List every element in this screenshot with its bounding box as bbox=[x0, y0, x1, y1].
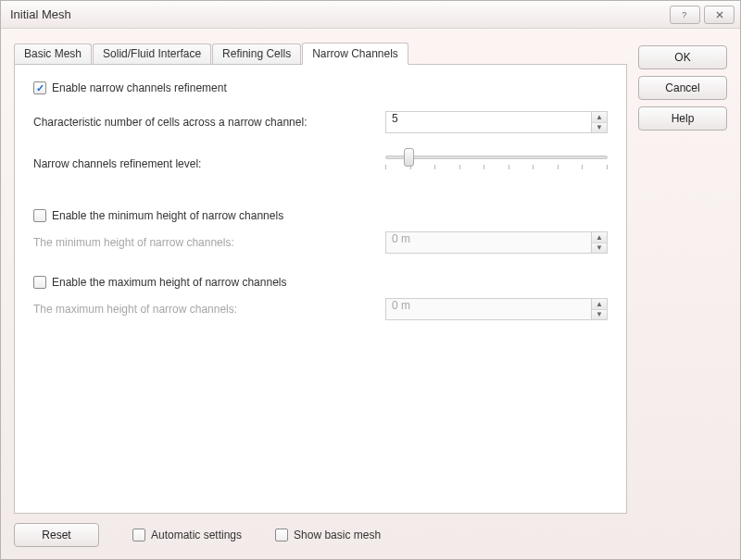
check-icon bbox=[33, 276, 46, 289]
slider-refine-level[interactable] bbox=[385, 150, 608, 178]
close-button[interactable] bbox=[704, 6, 735, 24]
titlebar: Initial Mesh ? bbox=[1, 1, 740, 29]
slider-track bbox=[385, 156, 608, 159]
label-cells-across: Characteristic number of cells across a … bbox=[33, 116, 385, 129]
label-min-height: The minimum height of narrow channels: bbox=[33, 236, 385, 249]
checkbox-enable-min-height[interactable]: Enable the minimum height of narrow chan… bbox=[33, 209, 283, 222]
check-icon bbox=[33, 81, 46, 94]
checkbox-label: Show basic mesh bbox=[294, 529, 381, 541]
checkbox-label: Enable narrow channels refinement bbox=[52, 81, 227, 94]
check-icon bbox=[275, 529, 288, 541]
tab-panel-narrow-channels: Enable narrow channels refinement Charac… bbox=[14, 64, 627, 514]
checkbox-label: Automatic settings bbox=[151, 529, 242, 541]
upper-area: Basic Mesh Solid/Fluid Interface Refinin… bbox=[14, 42, 727, 513]
spin-buttons: ▲ ▼ bbox=[591, 298, 608, 320]
close-icon bbox=[714, 9, 725, 20]
tab-refining-cells[interactable]: Refining Cells bbox=[212, 44, 301, 64]
tab-strip: Basic Mesh Solid/Fluid Interface Refinin… bbox=[14, 42, 627, 64]
row-refine-level: Narrow channels refinement level: bbox=[33, 150, 608, 178]
slider-thumb[interactable] bbox=[404, 148, 414, 167]
spin-up-icon: ▲ bbox=[592, 232, 607, 243]
tab-host: Basic Mesh Solid/Fluid Interface Refinin… bbox=[14, 42, 627, 513]
spin-max-height: 0 m ▲ ▼ bbox=[385, 298, 608, 320]
help-button-side[interactable]: Help bbox=[638, 106, 727, 131]
row-enable-min-height: Enable the minimum height of narrow chan… bbox=[33, 209, 608, 222]
client-area: Basic Mesh Solid/Fluid Interface Refinin… bbox=[1, 29, 740, 559]
checkbox-show-basic-mesh[interactable]: Show basic mesh bbox=[275, 529, 381, 541]
tab-basic-mesh[interactable]: Basic Mesh bbox=[14, 44, 92, 64]
spin-up-icon[interactable]: ▲ bbox=[592, 112, 607, 123]
spin-buttons: ▲ ▼ bbox=[591, 111, 608, 133]
window-title: Initial Mesh bbox=[10, 7, 666, 21]
spin-up-icon: ▲ bbox=[592, 299, 607, 310]
reset-button[interactable]: Reset bbox=[14, 523, 99, 547]
spin-down-icon: ▼ bbox=[592, 243, 607, 254]
spin-input-min-height: 0 m bbox=[385, 231, 591, 254]
ok-button[interactable]: OK bbox=[638, 45, 727, 69]
row-min-height: The minimum height of narrow channels: 0… bbox=[33, 231, 608, 254]
spin-input-max-height: 0 m bbox=[385, 298, 591, 320]
bottom-bar: Reset Automatic settings Show basic mesh bbox=[14, 513, 727, 548]
spin-min-height: 0 m ▲ ▼ bbox=[385, 231, 608, 254]
row-enable-max-height: Enable the maximum height of narrow chan… bbox=[33, 276, 608, 289]
tab-solid-fluid-interface[interactable]: Solid/Fluid Interface bbox=[93, 44, 211, 64]
slider-ticks bbox=[385, 165, 608, 169]
cancel-button[interactable]: Cancel bbox=[638, 76, 727, 100]
spin-down-icon[interactable]: ▼ bbox=[592, 123, 607, 133]
check-icon bbox=[132, 529, 145, 541]
label-refine-level: Narrow channels refinement level: bbox=[33, 157, 385, 170]
checkbox-automatic-settings[interactable]: Automatic settings bbox=[132, 529, 242, 541]
spin-cells-across[interactable]: 5 ▲ ▼ bbox=[385, 111, 608, 133]
row-max-height: The maximum height of narrow channels: 0… bbox=[33, 298, 608, 320]
spin-buttons: ▲ ▼ bbox=[591, 231, 608, 254]
tab-narrow-channels[interactable]: Narrow Channels bbox=[302, 43, 408, 65]
row-cells-across: Characteristic number of cells across a … bbox=[33, 111, 608, 133]
help-button[interactable]: ? bbox=[670, 6, 700, 24]
dialog-window: Initial Mesh ? Basic Mesh Solid/Fluid In… bbox=[0, 0, 741, 560]
checkbox-label: Enable the maximum height of narrow chan… bbox=[52, 276, 286, 289]
svg-text:?: ? bbox=[682, 10, 686, 19]
side-buttons: OK Cancel Help bbox=[638, 42, 727, 513]
spin-down-icon: ▼ bbox=[592, 310, 607, 320]
help-icon: ? bbox=[680, 9, 691, 20]
checkbox-label: Enable the minimum height of narrow chan… bbox=[52, 209, 283, 222]
spin-input-cells-across[interactable]: 5 bbox=[385, 111, 591, 133]
checkbox-enable-max-height[interactable]: Enable the maximum height of narrow chan… bbox=[33, 276, 286, 289]
row-enable-narrow-channels: Enable narrow channels refinement bbox=[33, 81, 608, 94]
check-icon bbox=[33, 209, 46, 222]
checkbox-enable-narrow-channels[interactable]: Enable narrow channels refinement bbox=[33, 81, 227, 94]
label-max-height: The maximum height of narrow channels: bbox=[33, 303, 385, 316]
